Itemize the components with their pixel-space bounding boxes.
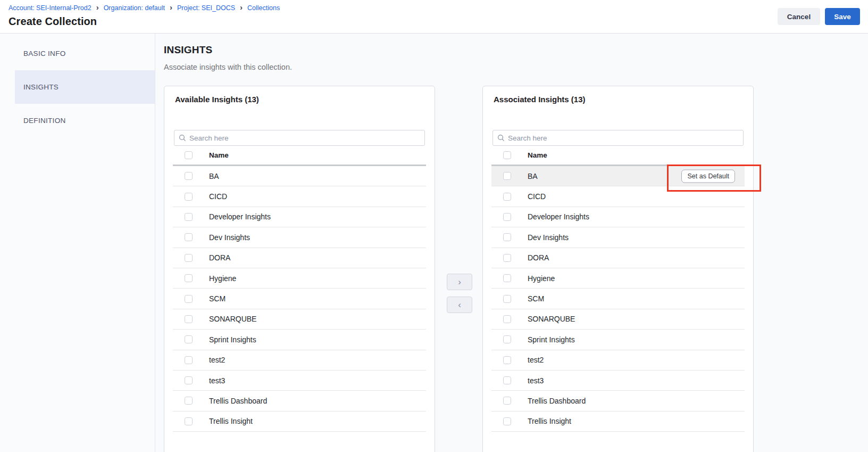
insight-name: Developer Insights: [209, 212, 271, 221]
insight-row[interactable]: Sprint Insights: [491, 330, 745, 350]
name-column-header: Name: [209, 151, 229, 159]
insight-row[interactable]: BA: [173, 166, 426, 186]
available-insights-panel: Available Insights (13) Name BA CICD Dev…: [164, 86, 435, 452]
breadcrumb-account-link[interactable]: Account: SEI-Internal-Prod2: [9, 4, 91, 12]
select-all-checkbox[interactable]: [503, 151, 511, 159]
insight-row[interactable]: Dev Insights: [491, 227, 745, 248]
available-insights-table: Name BA CICD Developer Insights Dev Insi…: [173, 146, 426, 432]
breadcrumb-project-link[interactable]: Project: SEI_DOCS: [177, 4, 235, 12]
available-insights-title: Available Insights (13): [175, 95, 259, 104]
search-icon: [497, 134, 505, 142]
save-button[interactable]: Save: [825, 8, 860, 25]
insight-name: Hygiene: [209, 274, 236, 283]
page-header: Account: SEI-Internal-Prod2 › Organizati…: [0, 0, 868, 34]
insight-name: DORA: [528, 253, 549, 262]
table-header: Name: [491, 146, 745, 166]
row-checkbox[interactable]: [503, 335, 511, 343]
chevron-right-icon: ›: [458, 277, 461, 286]
insight-row[interactable]: Hygiene: [491, 268, 745, 289]
breadcrumb-collections-link[interactable]: Collections: [247, 4, 280, 12]
insight-row[interactable]: Trellis Insight: [491, 412, 745, 432]
insight-row[interactable]: Trellis Dashboard: [173, 391, 426, 411]
sidebar-item-basic-info[interactable]: BASIC INFO: [0, 37, 155, 70]
insight-row[interactable]: DORA: [491, 248, 745, 268]
chevron-right-icon: ›: [240, 4, 243, 12]
row-checkbox[interactable]: [185, 172, 193, 180]
insight-name: DORA: [209, 253, 230, 262]
insight-row[interactable]: test3: [491, 371, 745, 391]
sidebar-item-insights[interactable]: INSIGHTS: [15, 70, 155, 104]
row-checkbox[interactable]: [185, 356, 193, 364]
row-checkbox[interactable]: [503, 233, 511, 241]
page-title: Create Collection: [9, 15, 97, 28]
insight-row[interactable]: BA Set as Default: [491, 166, 745, 186]
row-checkbox[interactable]: [185, 213, 193, 221]
move-right-button[interactable]: ›: [447, 274, 472, 290]
insight-row[interactable]: SCM: [491, 289, 745, 309]
insight-row[interactable]: Hygiene: [173, 268, 426, 289]
row-checkbox[interactable]: [503, 193, 511, 201]
set-as-default-button[interactable]: Set as Default: [681, 169, 735, 183]
insight-row[interactable]: Developer Insights: [173, 207, 426, 227]
associated-insights-title: Associated Insights (13): [494, 95, 586, 104]
row-checkbox[interactable]: [503, 417, 511, 425]
insight-name: Trellis Insight: [528, 417, 571, 425]
chevron-right-icon: ›: [96, 4, 99, 12]
row-checkbox[interactable]: [503, 376, 511, 384]
insight-name: Trellis Dashboard: [209, 397, 267, 405]
insight-row[interactable]: SCM: [173, 289, 426, 309]
insight-name: BA: [528, 172, 538, 180]
row-checkbox[interactable]: [185, 417, 193, 425]
section-subtitle: Associate insights with this collection.: [164, 63, 292, 71]
insight-row[interactable]: DORA: [173, 248, 426, 268]
row-checkbox[interactable]: [503, 172, 511, 180]
row-checkbox[interactable]: [185, 193, 193, 201]
breadcrumb: Account: SEI-Internal-Prod2 › Organizati…: [9, 4, 280, 12]
insight-name: SCM: [528, 294, 544, 303]
insight-row[interactable]: Trellis Dashboard: [491, 391, 745, 411]
insight-row[interactable]: test2: [491, 350, 745, 371]
insights-step-content: INSIGHTS Associate insights with this co…: [155, 34, 868, 452]
search-input[interactable]: [493, 130, 744, 146]
row-checkbox[interactable]: [185, 315, 193, 323]
insight-row[interactable]: SONARQUBE: [173, 309, 426, 330]
create-collection-page: Account: SEI-Internal-Prod2 › Organizati…: [0, 0, 868, 452]
insight-row[interactable]: Dev Insights: [173, 227, 426, 248]
row-checkbox[interactable]: [185, 335, 193, 343]
table-body: BA Set as Default CICD Developer Insight…: [491, 166, 745, 432]
row-checkbox[interactable]: [185, 295, 193, 303]
select-all-checkbox[interactable]: [185, 151, 193, 159]
move-left-button[interactable]: ‹: [447, 297, 472, 313]
insight-name: Sprint Insights: [209, 335, 256, 344]
breadcrumb-organization-link[interactable]: Organization: default: [104, 4, 165, 12]
row-checkbox[interactable]: [503, 315, 511, 323]
row-checkbox[interactable]: [503, 295, 511, 303]
row-checkbox[interactable]: [185, 233, 193, 241]
row-checkbox[interactable]: [185, 254, 193, 262]
chevron-right-icon: ›: [170, 4, 172, 12]
insight-row[interactable]: CICD: [491, 186, 745, 207]
insight-row[interactable]: SONARQUBE: [491, 309, 745, 330]
insight-row[interactable]: test3: [173, 371, 426, 391]
insight-row[interactable]: test2: [173, 350, 426, 371]
header-actions: Cancel Save: [778, 8, 860, 25]
insight-row[interactable]: CICD: [173, 186, 426, 207]
row-checkbox[interactable]: [185, 397, 193, 405]
table-body: BA CICD Developer Insights Dev Insights …: [173, 166, 426, 432]
row-checkbox[interactable]: [503, 356, 511, 364]
insight-row[interactable]: Sprint Insights: [173, 330, 426, 350]
insight-row[interactable]: Developer Insights: [491, 207, 745, 227]
insight-name: SONARQUBE: [209, 315, 256, 323]
insight-row[interactable]: Trellis Insight: [173, 412, 426, 432]
insight-name: CICD: [209, 192, 227, 201]
row-checkbox[interactable]: [503, 397, 511, 405]
row-checkbox[interactable]: [503, 274, 511, 282]
row-checkbox[interactable]: [185, 376, 193, 384]
row-checkbox[interactable]: [503, 254, 511, 262]
cancel-button[interactable]: Cancel: [778, 8, 820, 25]
row-checkbox[interactable]: [503, 213, 511, 221]
row-checkbox[interactable]: [185, 274, 193, 282]
table-header: Name: [173, 146, 426, 166]
search-input[interactable]: [174, 130, 425, 146]
sidebar-item-definition[interactable]: DEFINITION: [0, 104, 155, 137]
